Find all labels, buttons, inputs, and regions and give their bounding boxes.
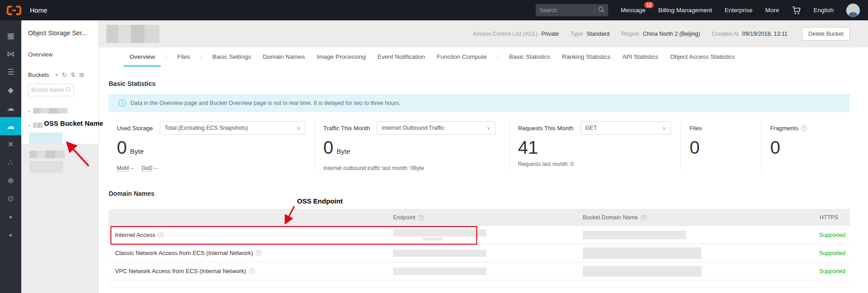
tab-object-access-statistics[interactable]: Object Access Statistics bbox=[664, 47, 741, 66]
bucket-tabs: Overview Files Basic Settings Domain Nam… bbox=[99, 47, 868, 66]
add-bucket-icon[interactable]: + bbox=[55, 71, 58, 78]
requests-dropdown[interactable]: GET ∨ bbox=[580, 121, 671, 135]
tab-files[interactable]: Files bbox=[171, 47, 196, 66]
tab-divider bbox=[161, 47, 171, 66]
cdn-icon: ⊙ bbox=[7, 195, 14, 203]
requests-label: Requests This Month bbox=[518, 125, 574, 132]
domain-names-heading: Domain Names bbox=[109, 190, 868, 197]
security-icon: ◆ bbox=[8, 86, 14, 94]
search-icon[interactable] bbox=[598, 6, 604, 14]
tab-event-notification[interactable]: Event Notification bbox=[372, 47, 431, 66]
buckets-header: Buckets + ↻ ⇅ ⊞ bbox=[28, 71, 98, 78]
rail-item-tools[interactable]: ✕ bbox=[0, 135, 21, 153]
used-storage-dropdown[interactable]: Total (Excluding ECS Snapshots) ∨ bbox=[160, 121, 306, 135]
acl-value: Private bbox=[541, 31, 559, 37]
rail-item-globe[interactable]: ⊕ bbox=[0, 171, 21, 189]
tab-domain-names[interactable]: Domain Names bbox=[257, 47, 311, 66]
mom-label[interactable]: MoM bbox=[117, 165, 129, 172]
bucket-domain-help-icon[interactable]: ? bbox=[641, 215, 647, 221]
requests-footnote: Requests last month: 0 bbox=[518, 161, 680, 167]
created-value: 09/19/2018, 13:11 bbox=[742, 31, 787, 37]
created-field: Created At09/19/2018, 13:11 bbox=[712, 31, 787, 37]
rail-item-apps[interactable]: ▦ bbox=[0, 27, 21, 45]
nav-enterprise[interactable]: Enterprise bbox=[724, 7, 753, 14]
message-label: Message bbox=[621, 7, 646, 14]
header-bucket-domain: Bucket Domain Name ? bbox=[575, 214, 783, 221]
oss-console-page: Home Message 12 Billing Management Enter… bbox=[0, 0, 868, 293]
nodes-icon: ∴ bbox=[8, 159, 13, 166]
tab-divider bbox=[493, 47, 503, 66]
annotation-oss-endpoint: OSS Endpoint bbox=[297, 197, 343, 205]
global-search-box[interactable] bbox=[536, 4, 608, 16]
tab-image-processing[interactable]: Image Processing bbox=[311, 47, 372, 66]
traffic-dropdown[interactable]: Internet Outbound Traffic ∨ bbox=[377, 121, 495, 135]
alibaba-cloud-logo-icon[interactable] bbox=[6, 5, 22, 16]
nav-more[interactable]: More bbox=[765, 7, 779, 14]
rail-item-misc2[interactable]: ● bbox=[0, 226, 21, 244]
tab-basic-statistics[interactable]: Basic Statistics bbox=[503, 47, 556, 66]
delete-bucket-button[interactable]: Delete Bucket bbox=[802, 27, 850, 41]
rail-item-network[interactable]: ⋈ bbox=[0, 45, 21, 63]
chevron-down-icon: ∨ bbox=[487, 125, 490, 131]
chevron-down-icon: ∨ bbox=[662, 125, 666, 131]
sidebar-item-overview[interactable]: Overview bbox=[28, 51, 98, 58]
table-row-classic-network: Classic Network Access from ECS (Interna… bbox=[109, 244, 850, 262]
vpc-network-label: VPC Network Access from ECS (Internal Ne… bbox=[115, 268, 246, 274]
fragments-help-icon[interactable]: ? bbox=[801, 125, 807, 131]
traffic-value: 0 bbox=[323, 137, 333, 157]
rail-item-storage[interactable]: ☁ bbox=[0, 99, 21, 117]
rail-item-misc1[interactable]: ● bbox=[0, 208, 21, 226]
classic-network-help-icon[interactable]: ? bbox=[256, 250, 262, 256]
globe-icon: ⊕ bbox=[7, 177, 14, 184]
bucket-search-input[interactable] bbox=[31, 87, 65, 93]
redacted-bucket-name bbox=[33, 108, 67, 113]
bullet-icon: ● bbox=[28, 109, 30, 113]
rail-item-oss-active[interactable]: ☁ bbox=[0, 117, 21, 135]
nav-language[interactable]: English bbox=[814, 7, 834, 14]
grid-view-icon[interactable]: ⊞ bbox=[79, 71, 84, 78]
nav-message[interactable]: Message 12 bbox=[621, 7, 646, 14]
used-storage-value: 0 bbox=[117, 137, 127, 157]
bucket-header: Access Control List (ACL)Private TypeSta… bbox=[99, 20, 868, 47]
avatar[interactable] bbox=[846, 4, 860, 17]
tab-ranking-statistics[interactable]: Ranking Statistics bbox=[556, 47, 616, 66]
cart-icon[interactable] bbox=[792, 6, 801, 14]
sidebar-title: Object Storage Ser... bbox=[21, 20, 98, 37]
endpoint-help-icon[interactable]: ? bbox=[418, 215, 424, 221]
requests-value: 41 bbox=[518, 137, 538, 157]
redacted-bucket-title bbox=[106, 25, 159, 43]
rail-item-server[interactable]: ☰ bbox=[0, 63, 21, 81]
tab-api-statistics[interactable]: API Statistics bbox=[616, 47, 664, 66]
oss-sidebar: Object Storage Ser... Overview Buckets +… bbox=[21, 20, 99, 293]
https-status: Supported bbox=[819, 250, 845, 256]
global-search-input[interactable] bbox=[539, 7, 593, 14]
bucket-search-box[interactable] bbox=[28, 84, 74, 96]
home-link[interactable]: Home bbox=[30, 7, 48, 14]
bucket-list-item[interactable]: ● bbox=[28, 107, 98, 114]
bucket-list-item-selected[interactable] bbox=[29, 132, 62, 144]
nav-billing[interactable]: Billing Management bbox=[658, 7, 712, 14]
highlight-box-internet-access bbox=[110, 226, 477, 245]
rail-item-cdn[interactable]: ⊙ bbox=[0, 189, 21, 208]
delay-notice-banner: i Data in the Overview page and Bucket O… bbox=[109, 94, 850, 112]
files-card: Files 0 bbox=[680, 121, 761, 172]
tab-function-compute[interactable]: Function Compute bbox=[431, 47, 493, 66]
vpc-network-help-icon[interactable]: ? bbox=[249, 268, 255, 274]
tab-overview[interactable]: Overview bbox=[124, 47, 161, 66]
files-value-row: 0 bbox=[690, 137, 761, 157]
rail-item-nodes[interactable]: ∴ bbox=[0, 153, 21, 171]
refresh-icon[interactable]: ↻ bbox=[62, 71, 67, 78]
redacted-bucket-name bbox=[33, 123, 43, 128]
https-col-label: HTTPS bbox=[820, 214, 838, 221]
dod-label[interactable]: DoD bbox=[142, 165, 153, 172]
used-storage-footnote: MoM -- DoD -- bbox=[117, 165, 315, 171]
bucket-search-icon[interactable] bbox=[65, 86, 71, 94]
sort-icon[interactable]: ⇅ bbox=[71, 71, 76, 78]
tab-basic-settings[interactable]: Basic Settings bbox=[206, 47, 257, 66]
message-count-badge: 12 bbox=[644, 2, 654, 8]
redacted-bucket-name bbox=[29, 151, 65, 158]
rail-item-security[interactable]: ◆ bbox=[0, 81, 21, 99]
requests-card: Requests This Month GET ∨ 41 Requests la… bbox=[509, 121, 680, 172]
redacted-bucket-name bbox=[29, 161, 63, 173]
used-storage-card: Used Storage Total (Excluding ECS Snapsh… bbox=[109, 121, 315, 172]
